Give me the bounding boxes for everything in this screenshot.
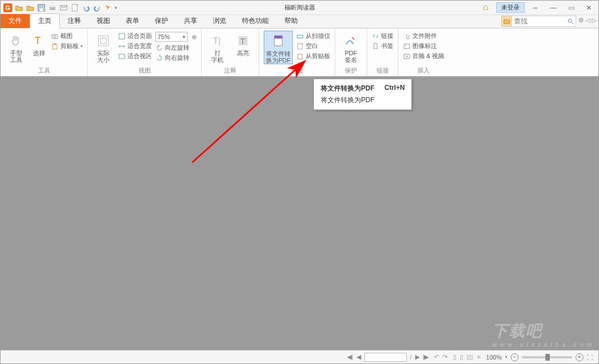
- ribbon-options-icon[interactable]: ▫▫: [528, 3, 543, 13]
- group-view: 实际 大小 适合页面 适合宽度 适合视区 75% ⊕ 向左旋转 向右旋转 视图: [88, 28, 202, 76]
- link-icon: [372, 32, 379, 40]
- tab-share[interactable]: 共享: [176, 14, 205, 28]
- clipboard-button[interactable]: 剪贴板▾: [51, 42, 83, 50]
- zoom-slider[interactable]: [522, 356, 572, 358]
- fullscreen-icon[interactable]: ⛶: [587, 354, 593, 361]
- svg-rect-3: [40, 8, 43, 11]
- close-button[interactable]: ✕: [582, 3, 596, 13]
- file-convert-icon: [270, 33, 286, 49]
- fit-page-button[interactable]: 适合页面: [118, 32, 152, 40]
- undo-icon[interactable]: [81, 3, 91, 13]
- print-icon[interactable]: [47, 3, 58, 13]
- svg-point-13: [54, 35, 56, 37]
- watermark: 下载吧 www.xiazaiba.com: [492, 320, 595, 348]
- redo-icon[interactable]: [92, 3, 102, 13]
- svg-text:*: *: [301, 43, 303, 46]
- maximize-button[interactable]: ▭: [564, 3, 578, 13]
- tab-feature[interactable]: 特色功能: [234, 14, 277, 28]
- fit-width-button[interactable]: 适合宽度: [118, 42, 152, 50]
- hand-up-icon[interactable]: [478, 3, 493, 13]
- tab-help[interactable]: 帮助: [277, 14, 306, 28]
- clipboard-icon: [51, 42, 59, 50]
- rotate-left-button[interactable]: 向左旋转: [155, 44, 197, 52]
- zoom-out-button[interactable]: −: [511, 353, 519, 361]
- cursor-mode-icon[interactable]: [103, 3, 113, 13]
- file-attach-button[interactable]: 文件附件: [403, 32, 444, 40]
- rotate-left-icon: [155, 44, 163, 52]
- fit-visible-button[interactable]: 适合视区: [118, 52, 152, 60]
- snapshot-button[interactable]: 截图: [51, 32, 83, 40]
- single-page-icon[interactable]: ▯: [453, 353, 457, 361]
- tab-form[interactable]: 表单: [118, 14, 147, 28]
- zoom-in-icon[interactable]: ⊕: [192, 33, 197, 41]
- link-button[interactable]: 链接: [372, 32, 393, 40]
- zoom-select[interactable]: 75%: [155, 32, 188, 42]
- next-page-icon[interactable]: ▶: [415, 353, 420, 361]
- last-page-icon[interactable]: |▶: [423, 353, 429, 361]
- from-clipboard-icon: [296, 52, 304, 60]
- svg-rect-28: [298, 54, 302, 59]
- select-tool-button[interactable]: T 选择: [31, 31, 47, 56]
- svg-rect-14: [53, 44, 57, 49]
- view-mode-icons: ▯ ▯ ▯▯ ≡: [453, 353, 480, 361]
- tooltip: 将文件转换为PDF Ctrl+N 将文件转换为PDF: [313, 79, 412, 110]
- open2-icon[interactable]: [25, 3, 35, 13]
- from-clipboard-button[interactable]: 从剪贴板: [296, 52, 330, 60]
- minimize-button[interactable]: —: [546, 3, 560, 13]
- login-button[interactable]: 未登录: [496, 2, 525, 13]
- typewriter-icon: T|: [210, 33, 225, 49]
- rotate-right-icon: [155, 54, 163, 62]
- bookmark-button[interactable]: 书签: [372, 42, 393, 50]
- typewriter-button[interactable]: T| 打 字机: [206, 31, 229, 63]
- audio-video-button[interactable]: 音频 & 视频: [403, 52, 444, 60]
- continuous-facing-icon[interactable]: ≡: [477, 353, 480, 361]
- new-doc-icon[interactable]: *: [70, 3, 80, 13]
- tab-file[interactable]: 文件: [1, 14, 30, 28]
- zoom-in-button[interactable]: +: [576, 353, 583, 361]
- tab-comment[interactable]: 注释: [60, 14, 89, 28]
- image-annot-button[interactable]: 图像标注: [403, 42, 444, 50]
- email-icon[interactable]: [59, 3, 69, 13]
- actual-size-button[interactable]: 实际 大小: [92, 31, 115, 63]
- actual-size-icon: [96, 33, 111, 49]
- facing-icon[interactable]: ▯▯: [467, 353, 473, 361]
- bookmark-icon: [372, 42, 379, 50]
- prev-page-icon[interactable]: ◀: [356, 353, 361, 361]
- app-title: 福昕阅读器: [284, 3, 315, 12]
- convert-to-pdf-button[interactable]: 将文件转 换为PDF: [264, 31, 293, 64]
- highlight-button[interactable]: T 高亮: [232, 31, 254, 56]
- svg-text:T: T: [35, 35, 41, 46]
- blank-button[interactable]: *空白: [296, 42, 330, 50]
- group-comment: T| 打 字机 T 高亮 注释: [202, 28, 259, 76]
- hand-tool-button[interactable]: 手型 工具: [5, 31, 27, 63]
- tooltip-title: 将文件转换为PDF: [321, 84, 374, 93]
- open-icon[interactable]: [14, 3, 24, 13]
- pdf-sign-button[interactable]: PDF 签名: [340, 31, 362, 63]
- svg-rect-5: [51, 5, 54, 7]
- quick-access-toolbar: G * ▾: [1, 3, 117, 13]
- tooltip-desc: 将文件转换为PDF: [321, 95, 405, 105]
- page-input[interactable]: [364, 353, 407, 362]
- tab-browse[interactable]: 浏览: [205, 14, 234, 28]
- search-go-icon[interactable]: [565, 18, 576, 25]
- save-icon[interactable]: [36, 3, 46, 13]
- from-scanner-button[interactable]: 从扫描仪: [296, 32, 330, 40]
- nav-back-icon[interactable]: ↶: [434, 353, 439, 361]
- tab-home[interactable]: 主页: [30, 13, 60, 28]
- app-logo-icon: G: [3, 3, 13, 13]
- nav-fwd-icon[interactable]: ↷: [443, 353, 448, 361]
- tab-protect[interactable]: 保护: [147, 14, 176, 28]
- first-page-icon[interactable]: ◀|: [347, 353, 353, 361]
- group-create: 将文件转 换为PDF 从扫描仪 *空白 从剪贴板 创建: [259, 28, 335, 76]
- search-input[interactable]: [512, 17, 565, 25]
- continuous-icon[interactable]: ▯: [460, 353, 463, 361]
- text-select-icon: T: [31, 33, 47, 49]
- page-navigator: ◀| ◀ / ▶ |▶: [347, 353, 429, 362]
- camera-icon: [51, 32, 59, 40]
- tab-view[interactable]: 视图: [89, 14, 118, 28]
- search-box[interactable]: [501, 16, 576, 27]
- svg-rect-16: [98, 36, 108, 46]
- rotate-right-button[interactable]: 向右旋转: [155, 54, 197, 62]
- group-links: 链接 书签 链接: [367, 28, 398, 76]
- ribbon-extra[interactable]: ⚙ ◁ ▷: [578, 17, 596, 24]
